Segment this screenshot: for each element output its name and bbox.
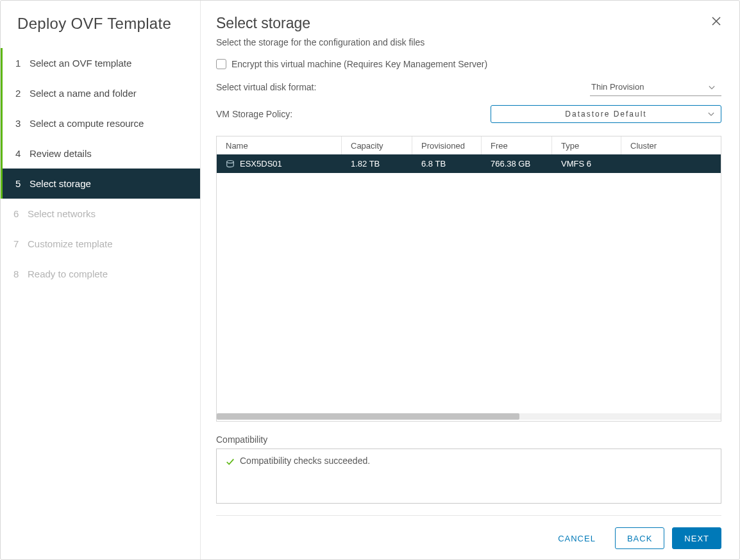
storage-policy-value: Datastore Default <box>565 110 646 119</box>
th-provisioned[interactable]: Provisioned <box>412 136 482 154</box>
datastore-table: Name Capacity Provisioned Free Type Clus… <box>216 136 721 422</box>
compatibility-box: Compatibility checks succeeded. <box>216 449 721 504</box>
page-title: Select storage <box>216 15 721 32</box>
cell-capacity: 1.82 TB <box>342 159 412 169</box>
cell-provisioned: 6.8 TB <box>412 159 482 169</box>
wizard-title: Deploy OVF Template <box>1 15 200 44</box>
wizard-content: Select storage Select the storage for th… <box>201 1 739 559</box>
deploy-ovf-dialog: Deploy OVF Template 1 Select an OVF temp… <box>0 0 740 560</box>
disk-format-select[interactable]: Thin Provision <box>590 78 721 96</box>
wizard-step-select-storage[interactable]: 5 Select storage <box>3 169 200 199</box>
disk-format-label: Select virtual disk format: <box>216 82 316 92</box>
compatibility-label: Compatibility <box>216 434 721 445</box>
table-h-scrollbar[interactable] <box>217 412 721 421</box>
th-capacity[interactable]: Capacity <box>342 136 412 154</box>
wizard-step-name-folder[interactable]: 2 Select a name and folder <box>3 78 200 108</box>
wizard-footer: CANCEL BACK NEXT <box>216 515 721 549</box>
th-name[interactable]: Name <box>217 136 342 154</box>
datastore-row[interactable]: ESX5DS01 1.82 TB 6.8 TB 766.38 GB VMFS 6 <box>217 154 721 173</box>
next-button[interactable]: NEXT <box>672 527 721 549</box>
datastore-icon <box>226 160 235 169</box>
cancel-button[interactable]: CANCEL <box>546 527 607 549</box>
wizard-step-ready-complete: 8 Ready to complete <box>1 259 200 289</box>
cell-type: VMFS 6 <box>552 159 621 169</box>
disk-format-row: Select virtual disk format: Thin Provisi… <box>216 78 721 96</box>
encrypt-label: Encrypt this virtual machine (Requires K… <box>231 59 487 69</box>
storage-policy-label: VM Storage Policy: <box>216 109 292 119</box>
wizard-step-compute-resource[interactable]: 3 Select a compute resource <box>3 108 200 138</box>
wizard-step-review-details[interactable]: 4 Review details <box>3 138 200 169</box>
encrypt-checkbox[interactable] <box>216 59 226 69</box>
table-header: Name Capacity Provisioned Free Type Clus… <box>217 136 721 154</box>
th-type[interactable]: Type <box>552 136 621 154</box>
svg-point-2 <box>227 160 234 163</box>
wizard-step-select-networks: 6 Select networks <box>1 199 200 229</box>
compatibility-message: Compatibility checks succeeded. <box>240 456 370 466</box>
chevron-down-icon <box>709 82 715 92</box>
wizard-sidebar: Deploy OVF Template 1 Select an OVF temp… <box>1 1 201 559</box>
storage-policy-row: VM Storage Policy: Datastore Default <box>216 105 721 123</box>
cell-free: 766.38 GB <box>482 159 552 169</box>
back-button[interactable]: BACK <box>615 527 664 549</box>
th-cluster[interactable]: Cluster <box>621 136 721 154</box>
close-icon[interactable] <box>711 16 725 30</box>
chevron-down-icon <box>708 110 714 119</box>
cell-name: ESX5DS01 <box>240 159 282 169</box>
encrypt-row: Encrypt this virtual machine (Requires K… <box>216 59 721 69</box>
wizard-step-customize-template: 7 Customize template <box>1 229 200 259</box>
page-subtitle: Select the storage for the configuration… <box>216 37 721 47</box>
check-icon <box>226 457 235 468</box>
disk-format-value: Thin Provision <box>591 82 644 92</box>
th-free[interactable]: Free <box>482 136 552 154</box>
wizard-step-ovf-template[interactable]: 1 Select an OVF template <box>3 48 200 78</box>
table-body: ESX5DS01 1.82 TB 6.8 TB 766.38 GB VMFS 6 <box>217 154 721 412</box>
storage-policy-select[interactable]: Datastore Default <box>491 105 721 123</box>
wizard-steps: 1 Select an OVF template 2 Select a name… <box>1 48 200 289</box>
